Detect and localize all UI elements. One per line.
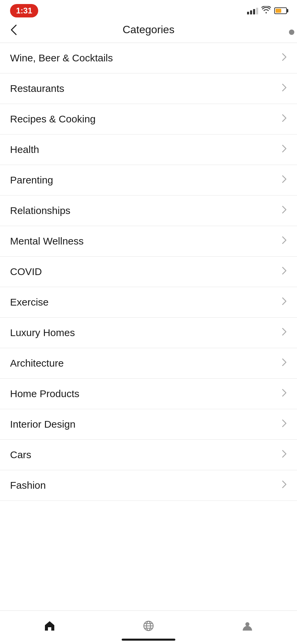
chevron-right-icon bbox=[282, 53, 287, 63]
back-button[interactable] bbox=[10, 24, 17, 36]
category-list: Wine, Beer & CocktailsRestaurantsRecipes… bbox=[0, 43, 297, 538]
category-item-wine-beer-cocktails[interactable]: Wine, Beer & Cocktails bbox=[0, 43, 297, 73]
category-item-home-products[interactable]: Home Products bbox=[0, 379, 297, 409]
category-item-cars[interactable]: Cars bbox=[0, 440, 297, 470]
chevron-right-icon bbox=[282, 480, 287, 491]
category-item-covid[interactable]: COVID bbox=[0, 257, 297, 287]
category-item-parenting[interactable]: Parenting bbox=[0, 165, 297, 196]
svg-point-5 bbox=[245, 622, 249, 626]
nav-home[interactable] bbox=[0, 620, 99, 632]
category-label: COVID bbox=[10, 266, 42, 277]
category-item-luxury-homes[interactable]: Luxury Homes bbox=[0, 318, 297, 348]
home-icon bbox=[44, 620, 56, 632]
category-label: Parenting bbox=[10, 174, 53, 186]
category-item-relationships[interactable]: Relationships bbox=[0, 196, 297, 226]
chevron-right-icon bbox=[282, 83, 287, 94]
chevron-right-icon bbox=[282, 449, 287, 460]
category-label: Home Products bbox=[10, 388, 79, 399]
category-item-restaurants[interactable]: Restaurants bbox=[0, 73, 297, 104]
chevron-right-icon bbox=[282, 175, 287, 185]
category-item-architecture[interactable]: Architecture bbox=[0, 348, 297, 379]
person-icon bbox=[241, 620, 253, 632]
category-label: Mental Wellness bbox=[10, 235, 84, 247]
signal-icon bbox=[247, 7, 258, 14]
chevron-right-icon bbox=[282, 144, 287, 155]
wifi-icon bbox=[261, 6, 271, 15]
category-item-mental-wellness[interactable]: Mental Wellness bbox=[0, 226, 297, 257]
category-label: Exercise bbox=[10, 297, 49, 308]
chevron-right-icon bbox=[282, 114, 287, 124]
category-label: Cars bbox=[10, 449, 31, 461]
page-title: Categories bbox=[123, 23, 175, 36]
category-item-health[interactable]: Health bbox=[0, 135, 297, 165]
chevron-right-icon bbox=[282, 358, 287, 369]
scroll-indicator bbox=[289, 30, 294, 35]
status-icons bbox=[247, 6, 287, 15]
chevron-right-icon bbox=[282, 327, 287, 338]
status-time: 1:31 bbox=[10, 4, 38, 17]
category-label: Health bbox=[10, 144, 39, 155]
category-item-exercise[interactable]: Exercise bbox=[0, 287, 297, 318]
chevron-right-icon bbox=[282, 419, 287, 430]
chevron-right-icon bbox=[282, 388, 287, 399]
status-bar: 1:31 bbox=[0, 0, 297, 20]
chevron-right-icon bbox=[282, 236, 287, 247]
battery-icon bbox=[274, 7, 287, 14]
category-item-recipes-cooking[interactable]: Recipes & Cooking bbox=[0, 104, 297, 135]
category-label: Restaurants bbox=[10, 83, 64, 94]
category-label: Wine, Beer & Cocktails bbox=[10, 52, 113, 64]
chevron-right-icon bbox=[282, 297, 287, 308]
chevron-right-icon bbox=[282, 205, 287, 216]
home-indicator bbox=[122, 639, 175, 641]
category-item-fashion[interactable]: Fashion bbox=[0, 470, 297, 501]
chevron-right-icon bbox=[282, 266, 287, 277]
category-label: Fashion bbox=[10, 480, 46, 491]
category-label: Relationships bbox=[10, 205, 70, 216]
nav-globe[interactable] bbox=[99, 620, 198, 632]
nav-profile[interactable] bbox=[198, 620, 297, 632]
category-label: Luxury Homes bbox=[10, 327, 75, 338]
category-label: Recipes & Cooking bbox=[10, 113, 96, 125]
globe-icon bbox=[142, 620, 155, 632]
category-item-interior-design[interactable]: Interior Design bbox=[0, 409, 297, 440]
category-label: Interior Design bbox=[10, 419, 75, 430]
header: Categories bbox=[0, 20, 297, 43]
category-label: Architecture bbox=[10, 358, 64, 369]
